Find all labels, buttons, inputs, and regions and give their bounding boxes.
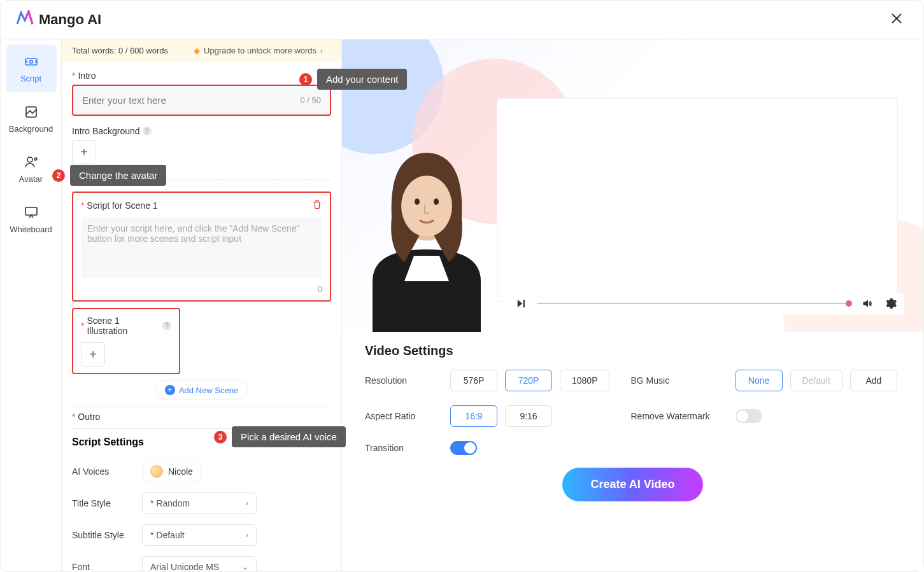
skip-button[interactable] xyxy=(514,296,528,310)
delete-scene-button[interactable] xyxy=(312,199,322,212)
whiteboard-area xyxy=(497,98,898,302)
chevron-right-icon: › xyxy=(320,46,323,55)
svg-point-1 xyxy=(29,60,32,64)
aspect-9-16[interactable]: 9:16 xyxy=(505,405,552,427)
font-select[interactable]: Arial Unicode MS ⌄ xyxy=(142,556,257,571)
sidebar: Script Background Avatar Whiteboard xyxy=(1,39,62,571)
subtitle-style-label: Subtitle Style xyxy=(72,530,131,540)
resolution-576p[interactable]: 576P xyxy=(450,370,497,391)
intro-label: Intro xyxy=(78,71,96,81)
script-icon xyxy=(23,53,39,70)
font-label: Font xyxy=(72,562,131,571)
svg-point-6 xyxy=(401,176,452,237)
video-settings-header: Video Settings xyxy=(365,344,900,358)
sidebar-item-label: Script xyxy=(20,74,41,83)
plus-circle-icon: + xyxy=(165,385,175,395)
ai-voices-label: AI Voices xyxy=(72,466,131,477)
transition-label: Transition xyxy=(365,443,435,453)
outro-label: Outro xyxy=(78,412,100,422)
svg-point-7 xyxy=(415,199,420,205)
title-style-label: Title Style xyxy=(72,498,131,508)
intro-input[interactable] xyxy=(82,95,300,106)
avatar-icon xyxy=(23,154,39,171)
aspect-16-9[interactable]: 16:9 xyxy=(450,405,497,427)
scene-illus-label: Scene 1 Illustration xyxy=(87,316,160,336)
title-style-select[interactable]: * Random › xyxy=(142,492,257,514)
background-icon xyxy=(23,104,39,120)
intro-input-wrap: 0 / 50 xyxy=(72,85,331,116)
help-icon[interactable]: ? xyxy=(143,127,152,136)
scene-counter: 0 xyxy=(81,281,322,294)
logo-mark-icon xyxy=(16,10,34,29)
chevron-right-icon: › xyxy=(246,531,248,540)
bg-music-add[interactable]: Add xyxy=(850,370,897,391)
sidebar-item-script[interactable]: Script xyxy=(6,45,57,92)
close-icon xyxy=(890,12,903,25)
remove-watermark-toggle[interactable] xyxy=(736,409,762,423)
skip-forward-icon xyxy=(515,298,527,309)
intro-counter: 0 / 50 xyxy=(300,95,321,105)
scene-script-input[interactable] xyxy=(81,217,322,278)
sidebar-item-label: Background xyxy=(9,124,53,134)
ai-voice-select[interactable]: Nicole xyxy=(142,461,201,482)
watermark-label: Remove Watermark xyxy=(631,411,720,421)
whiteboard-icon xyxy=(23,204,39,221)
annotation-2: 2 Change the avatar xyxy=(52,165,166,186)
diamond-icon: ◆ xyxy=(194,46,200,55)
sidebar-item-avatar[interactable]: Avatar xyxy=(6,145,57,193)
voice-avatar-icon xyxy=(150,465,163,478)
resolution-1080p[interactable]: 1080P xyxy=(560,370,609,391)
seek-bar[interactable] xyxy=(537,303,852,304)
annotation-3: 3 Pick a desired AI voice xyxy=(214,426,346,447)
bg-music-none[interactable]: None xyxy=(736,370,783,391)
add-new-scene-button[interactable]: + Add New Scene xyxy=(155,380,248,400)
aspect-label: Aspect Ratio xyxy=(365,411,435,421)
help-icon[interactable]: ? xyxy=(162,321,171,330)
app-title: Mango AI xyxy=(39,11,101,28)
volume-icon xyxy=(862,297,874,310)
word-count: Total words: 0 / 600 words xyxy=(72,46,168,55)
sidebar-item-whiteboard[interactable]: Whiteboard xyxy=(6,195,57,243)
intro-bg-label: Intro Background xyxy=(72,126,140,136)
create-video-button[interactable]: Create AI Video xyxy=(562,468,702,501)
svg-point-8 xyxy=(434,199,439,205)
upgrade-link[interactable]: ◆ Upgrade to unlock more words › xyxy=(194,46,323,55)
bg-music-label: BG Music xyxy=(631,375,720,386)
add-illustration-button[interactable]: + xyxy=(81,342,105,366)
resolution-720p[interactable]: 720P xyxy=(505,370,552,391)
trash-icon xyxy=(312,199,322,209)
chevron-right-icon: › xyxy=(246,499,248,508)
subtitle-style-select[interactable]: * Default › xyxy=(142,524,257,546)
svg-rect-4 xyxy=(25,207,37,215)
add-intro-bg-button[interactable]: + xyxy=(72,140,96,164)
app-logo: Mango AI xyxy=(16,10,101,29)
svg-point-3 xyxy=(27,157,32,162)
close-button[interactable] xyxy=(885,8,908,31)
word-count-bar: Total words: 0 / 600 words ◆ Upgrade to … xyxy=(62,39,341,62)
chevron-down-icon: ⌄ xyxy=(242,562,248,571)
annotation-1: 1 Add your content xyxy=(299,69,407,90)
resolution-label: Resolution xyxy=(365,375,435,386)
sidebar-item-label: Avatar xyxy=(19,174,43,184)
settings-button[interactable] xyxy=(884,296,898,310)
sidebar-item-background[interactable]: Background xyxy=(6,95,57,143)
gear-icon xyxy=(885,297,897,310)
transition-toggle[interactable] xyxy=(450,441,477,455)
svg-rect-9 xyxy=(523,300,525,307)
presenter-avatar xyxy=(353,135,500,332)
scene-title: Script for Scene 1 xyxy=(87,200,157,211)
volume-button[interactable] xyxy=(861,296,875,310)
sidebar-item-label: Whiteboard xyxy=(10,225,52,234)
bg-music-default[interactable]: Default xyxy=(790,370,842,391)
video-preview xyxy=(342,39,923,332)
